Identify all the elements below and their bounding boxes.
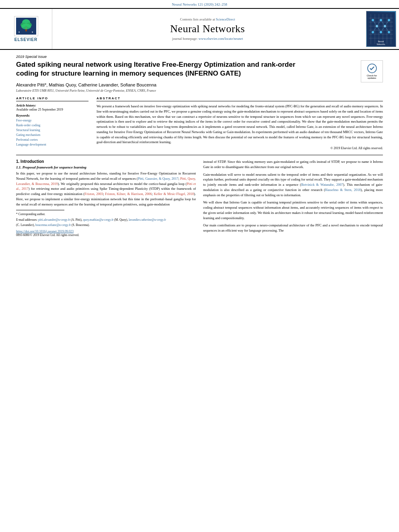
keyword-structural[interactable]: Structural learning: [16, 128, 88, 133]
svg-text:✦: ✦: [18, 31, 20, 33]
email-boucenna[interactable]: boucenna.sofiane@u-cergy.fr: [35, 223, 71, 227]
footnote-emails: E-mail addresses: pitti.alexandre@u-cerg…: [16, 218, 196, 222]
ref-pitti-2017[interactable]: Pitti, Gaussier, & Quoy, 2017: [138, 177, 179, 181]
section1-title: 1. Introduction: [16, 159, 196, 164]
check-updates-icon: [367, 64, 377, 73]
keyword-prefrontal[interactable]: Prefrontal cortex: [16, 138, 88, 142]
journal-cover-image: Neural Networks: [366, 11, 396, 47]
footnote-email-cont: (C. Lavandier), boucenna.sofiane@u-cergy…: [16, 223, 196, 227]
issn-line: 0893-6080/© 2019 Elsevier Ltd. All right…: [16, 233, 196, 237]
ref-friston-2003[interactable]: Friston, 2003: [84, 192, 103, 196]
affiliation: Laboratoire ETIS UMR 8051, Université Pa…: [16, 89, 383, 92]
email-quoy[interactable]: quoy.mathias@u-cergy.fr: [83, 218, 113, 222]
keyword-rank-order[interactable]: Rank-order coding: [16, 123, 88, 128]
journal-homepage-line: journal homepage: www.elsevier.com/locat…: [172, 37, 243, 41]
svg-text:Networks: Networks: [377, 43, 385, 45]
keyword-language[interactable]: Language development: [16, 142, 88, 147]
authors: Alexandre Pitti*, Mathias Quoy, Catherin…: [16, 82, 383, 87]
journal-homepage-link[interactable]: www.elsevier.com/locate/neunet: [199, 37, 243, 41]
article-info-col: ARTICLE INFO Article history: Available …: [16, 97, 88, 150]
footnote-star: * Corresponding author.: [16, 212, 196, 216]
elsevier-logo-box: ✦ ✦: [14, 16, 38, 36]
svg-text:Neural: Neural: [378, 40, 384, 43]
footnote-divider: [16, 210, 64, 210]
journal-name: Neural Networks: [170, 23, 245, 35]
elsevier-logo-svg: ✦ ✦: [16, 18, 36, 35]
doi-link[interactable]: https://doi.org/10.1016/j.neunet.2019.09…: [16, 230, 74, 233]
abstract-header: ABSTRACT: [97, 97, 383, 101]
intro-text-col2-p1: instead of STDP. Since this working memo…: [203, 159, 383, 170]
intro-text-col2-p4: Our main contributions are to propose a …: [203, 223, 383, 233]
article-info-abstract-section: ARTICLE INFO Article history: Available …: [16, 97, 383, 150]
intro-text-col1: In this paper, we propose to use the neu…: [16, 171, 196, 207]
article-history-label: Article history:: [16, 104, 88, 107]
email-pitti[interactable]: pitti.alexandre@u-cergy.fr: [38, 218, 70, 222]
journal-cover-area: Neural Networks: [363, 9, 399, 49]
cover-image-svg: Neural Networks: [367, 12, 395, 46]
svg-point-5: [21, 24, 31, 29]
elsevier-text-label: ELSEVIER: [14, 37, 37, 42]
article-title: Gated spiking neural network using Itera…: [16, 60, 314, 78]
ref-friston-2006[interactable]: Friston, Kilner, & Harrison, 2006: [105, 192, 152, 196]
subsection1-title: 1.1. Proposal framework for sequence lea…: [16, 165, 196, 169]
intro-text-col2-p3: We will show that Inferno Gate is capabl…: [203, 200, 383, 220]
special-issue-label: 2019 Special Issue: [16, 55, 383, 59]
keyword-gating[interactable]: Gating mechanism: [16, 133, 88, 138]
article-content: 2019 Special Issue Gated spiking neural …: [0, 50, 399, 242]
sciencedirect-link[interactable]: ScienceDirect: [216, 17, 235, 21]
body-col-left: 1. Introduction 1.1. Proposal framework …: [16, 159, 196, 237]
article-info-header: ARTICLE INFO: [16, 97, 88, 101]
keywords-label: Keywords:: [16, 114, 88, 117]
ref-keller-2018[interactable]: Keller & Mrsic-Flogel, 2018: [154, 192, 194, 196]
doi-line[interactable]: https://doi.org/10.1016/j.neunet.2019.09…: [16, 230, 196, 233]
keyword-free-energy[interactable]: Free-energy: [16, 118, 88, 123]
page: Neural Networks 121 (2020) 242–258: [0, 0, 399, 532]
journal-link-bar: Neural Networks 121 (2020) 242–258: [0, 0, 399, 8]
section-divider: [16, 155, 383, 155]
ref-botvinick[interactable]: Botvinick & Watanabe, 2007: [301, 183, 343, 187]
intro-text-col2-p2: Gain-modulation will serve to model neur…: [203, 172, 383, 198]
publisher-logo-area: ✦ ✦ ELSEVIER: [0, 9, 52, 49]
copyright-line: © 2019 Elsevier Ltd. All rights reserved…: [97, 146, 383, 150]
check-updates-label: Check for updates: [362, 74, 381, 79]
article-history-value: Available online 25 September 2019: [16, 108, 88, 111]
abstract-col: ABSTRACT We present a framework based on…: [97, 97, 383, 150]
contents-line: Contents lists available at ScienceDirec…: [180, 17, 235, 21]
check-updates-box: Check for updates: [361, 60, 383, 82]
body-two-col: 1. Introduction 1.1. Proposal framework …: [16, 159, 383, 237]
journal-ref-link[interactable]: Neural Networks 121 (2020) 242–258: [172, 2, 227, 6]
journal-title-area: Contents lists available at ScienceDirec…: [52, 9, 363, 49]
elsevier-logo: ✦ ✦ ELSEVIER: [14, 16, 38, 42]
journal-header: ✦ ✦ ELSEVIER Contents lists available at…: [0, 8, 399, 50]
abstract-text: We present a framework based on iterativ…: [97, 104, 383, 145]
svg-text:✦: ✦: [31, 31, 33, 33]
ref-hasselmo[interactable]: Hasselmo & Stern, 2018: [325, 188, 361, 192]
body-col-right: instead of STDP. Since this working memo…: [203, 159, 383, 237]
email-lavandier[interactable]: lavandier.catherine@u-cergy.fr: [129, 218, 166, 222]
